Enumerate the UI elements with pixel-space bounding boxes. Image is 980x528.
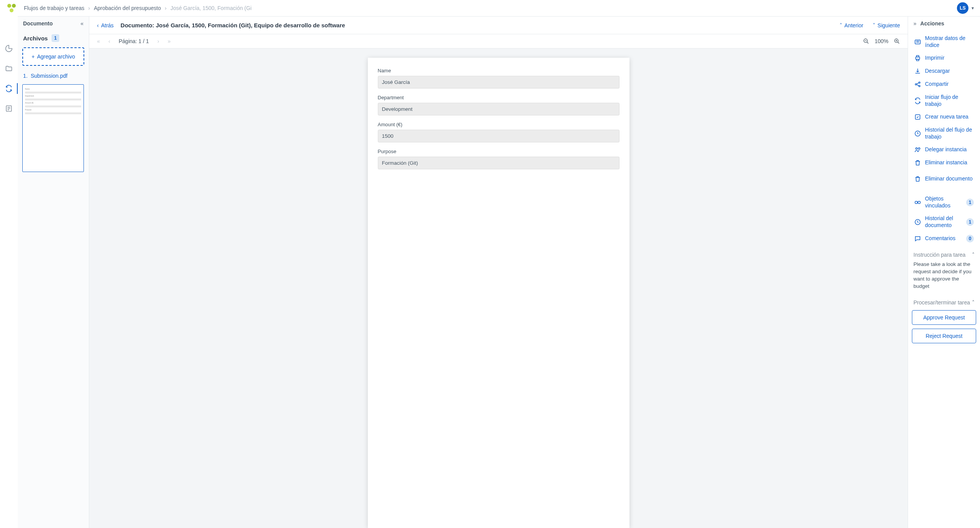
reject-button[interactable]: Reject Request: [912, 329, 976, 343]
next-doc-link[interactable]: ˅ Siguiente: [873, 22, 900, 28]
action-start-workflow[interactable]: Iniciar flujo de trabajo: [911, 91, 977, 110]
action-label: Imprimir: [925, 55, 974, 62]
prev-doc-link[interactable]: ˄ Anterior: [840, 22, 863, 28]
field-value: Development: [378, 103, 619, 115]
plus-icon: +: [32, 53, 35, 60]
action-label: Objetos vinculados: [925, 195, 962, 209]
form-field-purpose: Purpose Formación (Git): [378, 149, 619, 169]
avatar[interactable]: LS: [957, 2, 968, 14]
instruction-section-header[interactable]: Instrucción para tarea ˄: [908, 247, 980, 260]
collapse-left-icon[interactable]: «: [80, 20, 83, 27]
svg-line-18: [917, 85, 919, 86]
document-title: Documento: José García, 1500, Formación …: [120, 22, 345, 28]
action-delegate[interactable]: Delegar instancia: [911, 143, 977, 156]
breadcrumb-item-2: José García, 1500, Formación (Gi: [170, 5, 252, 11]
field-label: Amount (€): [378, 122, 619, 127]
zoom-in-button[interactable]: [894, 38, 900, 44]
expand-right-icon[interactable]: »: [913, 20, 917, 27]
task-icon: [914, 114, 921, 120]
printer-icon: [914, 55, 921, 62]
field-value: Formación (Git): [378, 157, 619, 169]
action-label: Delegar instancia: [925, 146, 974, 153]
history-icon: [914, 130, 921, 137]
action-share[interactable]: Compartir: [911, 78, 977, 91]
delegate-icon: [914, 146, 921, 153]
form-field-department: Department Development: [378, 95, 619, 115]
action-delete-document[interactable]: Eliminar documento: [911, 172, 977, 185]
action-label: Comentarios: [925, 235, 962, 242]
svg-line-2: [867, 42, 868, 43]
instruction-text: Please take a look at the request and de…: [908, 260, 980, 295]
link-icon: [914, 199, 921, 206]
action-download[interactable]: Descargar: [911, 65, 977, 78]
share-icon: [914, 81, 921, 88]
rail-forms-icon[interactable]: [3, 103, 14, 114]
center-area: ‹ Atrás Documento: José García, 1500, Fo…: [89, 16, 908, 528]
last-page-button[interactable]: »: [168, 38, 171, 44]
field-value: 1500: [378, 130, 619, 142]
action-label: Crear nueva tarea: [925, 114, 974, 120]
chevron-up-icon: ˄: [840, 22, 842, 28]
action-delete-instance[interactable]: Eliminar instancia: [911, 156, 977, 169]
field-label: Name: [378, 68, 619, 74]
chevron-down-icon[interactable]: ▾: [972, 5, 974, 11]
breadcrumb-item-0[interactable]: Flujos de trabajo y tareas: [24, 5, 84, 11]
chevron-up-icon[interactable]: ˄: [972, 299, 975, 306]
first-page-button[interactable]: «: [97, 38, 100, 44]
action-label: Eliminar documento: [925, 175, 974, 182]
right-panel: » Acciones Mostrar datos de índice Impri…: [908, 16, 980, 528]
zoom-out-button[interactable]: [863, 38, 869, 44]
action-linked-objects[interactable]: Objetos vinculados 1: [911, 192, 977, 212]
add-file-button[interactable]: + Agregar archivo: [22, 47, 84, 66]
workflow-icon: [914, 97, 921, 104]
file-item[interactable]: 1. Submission.pdf: [18, 70, 89, 82]
rail-chart-icon[interactable]: [3, 43, 14, 54]
chevron-up-icon[interactable]: ˄: [972, 252, 975, 258]
add-file-label: Agregar archivo: [37, 53, 75, 60]
download-icon: [914, 68, 921, 75]
count-badge: 1: [966, 218, 974, 226]
document-header: ‹ Atrás Documento: José García, 1500, Fo…: [89, 17, 908, 34]
document-viewport[interactable]: Name José García Department Development …: [89, 48, 908, 528]
right-panel-title: Acciones: [920, 20, 944, 27]
action-label: Historial del documento: [925, 215, 962, 229]
app-logo[interactable]: [6, 3, 17, 13]
left-panel: Documento « Archivos 1 + Agregar archivo…: [18, 16, 89, 528]
svg-line-5: [898, 42, 899, 43]
action-workflow-history[interactable]: Historial del flujo de trabajo: [911, 124, 977, 143]
back-link[interactable]: ‹ Atrás: [97, 22, 114, 28]
prev-page-button[interactable]: ‹: [109, 38, 110, 44]
files-count-badge: 1: [52, 34, 59, 42]
index-icon: [914, 38, 921, 45]
field-label: Purpose: [378, 149, 619, 154]
process-section-header[interactable]: Procesar/terminar tarea ˄: [908, 295, 980, 308]
trash-icon: [914, 175, 921, 182]
chevron-down-icon: ˅: [873, 22, 875, 28]
rail-workflow-icon[interactable]: [3, 83, 14, 94]
svg-rect-23: [915, 201, 917, 204]
action-comments[interactable]: Comentarios 0: [911, 232, 977, 246]
action-doc-history[interactable]: Historial del documento 1: [911, 212, 977, 232]
action-show-index[interactable]: Mostrar datos de índice: [911, 32, 977, 52]
action-print[interactable]: Imprimir: [911, 52, 977, 65]
comment-icon: [914, 235, 921, 242]
svg-rect-24: [918, 201, 920, 204]
page-toolbar: « ‹ Página: 1 / 1 › » 100%: [89, 34, 908, 48]
action-label: Iniciar flujo de trabajo: [925, 94, 974, 107]
next-page-button[interactable]: ›: [157, 38, 159, 44]
approve-button[interactable]: Approve Request: [912, 310, 976, 325]
rail-folder-icon[interactable]: [3, 63, 14, 74]
svg-rect-13: [917, 59, 919, 61]
field-value: José García: [378, 76, 619, 89]
breadcrumb-item-1[interactable]: Aprobación del presupuesto: [94, 5, 161, 11]
file-name: Submission.pdf: [31, 73, 68, 79]
svg-line-17: [917, 83, 919, 84]
action-label: Eliminar instancia: [925, 159, 974, 166]
breadcrumb: Flujos de trabajo y tareas › Aprobación …: [24, 5, 252, 11]
action-new-task[interactable]: Crear nueva tarea: [911, 110, 977, 124]
page-thumbnail[interactable]: Name Department Amount (€) Purpose: [22, 84, 84, 172]
prev-label: Anterior: [845, 22, 863, 28]
back-label: Atrás: [101, 22, 114, 28]
chevron-left-icon: ‹: [97, 22, 99, 28]
left-panel-title: Documento: [23, 20, 53, 27]
